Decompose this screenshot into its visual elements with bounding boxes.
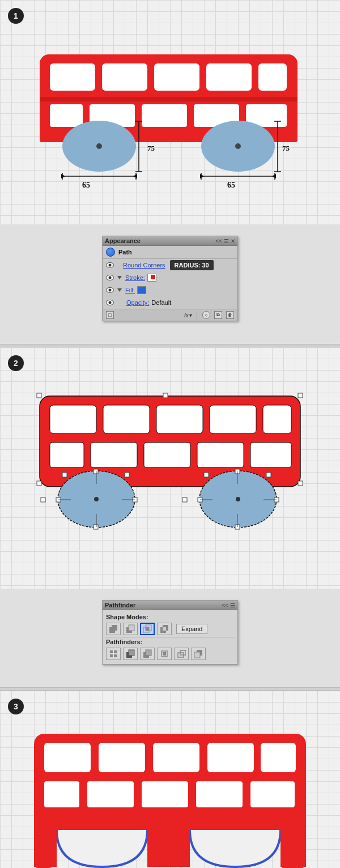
pathfinder-titlebar: Pathfinder << ☰ — [103, 601, 237, 610]
measure-65-left: 65 — [82, 181, 90, 189]
opacity-label[interactable]: Opacity: — [126, 299, 149, 306]
panel-arrows: << — [215, 238, 222, 244]
svg-rect-39 — [250, 442, 291, 467]
svg-rect-30 — [50, 405, 96, 433]
section-1: 1 — [0, 0, 340, 224]
triangle-fill — [117, 288, 122, 292]
eye-icon-4[interactable] — [106, 300, 114, 305]
eye-icon-2[interactable] — [106, 275, 114, 280]
svg-rect-9 — [142, 104, 187, 127]
bus-container-1: 65 75 65 75 — [11, 9, 329, 219]
svg-rect-61 — [298, 393, 303, 398]
bus-container-3 — [11, 700, 329, 868]
svg-rect-60 — [163, 393, 168, 398]
pathfinder-title: Pathfinder — [105, 602, 135, 609]
svg-rect-33 — [210, 405, 256, 433]
eye-icon-3[interactable] — [106, 287, 114, 293]
pf-arrows: << — [222, 602, 228, 609]
pf-minus-btn[interactable] — [123, 623, 138, 635]
shape-modes-row: Expand — [103, 621, 237, 637]
svg-rect-98 — [250, 781, 295, 807]
footer-separator: | — [196, 311, 198, 319]
svg-rect-73 — [163, 627, 166, 631]
appearance-panel-section: Appearance << ☰ ✕ Path Round Corners RAD… — [0, 224, 340, 344]
pf-intersect-btn[interactable] — [140, 623, 155, 635]
pf-crop-btn[interactable] — [157, 648, 172, 660]
stroke-row[interactable]: Stroke: — [103, 271, 237, 284]
svg-rect-82 — [163, 652, 166, 656]
anchor-5 — [41, 497, 45, 502]
svg-rect-91 — [153, 743, 199, 772]
svg-rect-38 — [197, 442, 244, 467]
anchor-7 — [125, 473, 129, 477]
pathfinders-label: Pathfinders: — [103, 637, 237, 646]
fill-swatch[interactable] — [137, 286, 146, 294]
svg-rect-1 — [50, 63, 95, 91]
svg-rect-78 — [129, 650, 134, 656]
pf-divide-btn[interactable] — [106, 648, 121, 660]
svg-marker-19 — [61, 174, 65, 178]
pf-merge-btn[interactable] — [140, 648, 155, 660]
measure-65-right: 65 — [227, 181, 235, 189]
footer-copy-icon[interactable]: ⧉ — [214, 311, 222, 319]
footer-square-icon[interactable]: □ — [106, 311, 114, 319]
svg-rect-96 — [142, 781, 188, 807]
appearance-panel: Appearance << ☰ ✕ Path Round Corners RAD… — [102, 236, 238, 321]
panel-close[interactable]: ✕ — [231, 238, 235, 244]
pf-minus-back-btn[interactable] — [191, 648, 206, 660]
round-corners-label[interactable]: Round Corners — [123, 262, 165, 269]
anchor-1 — [94, 469, 98, 474]
bus-svg-3 — [23, 717, 317, 868]
svg-rect-37 — [144, 442, 190, 467]
svg-point-16 — [235, 143, 241, 149]
path-label: Path — [118, 249, 132, 256]
bus-container-2 — [11, 356, 329, 577]
svg-rect-80 — [146, 650, 151, 656]
section-2: 2 — [0, 347, 340, 589]
bus-svg-1: 65 75 65 75 — [23, 26, 317, 196]
footer-trash-icon[interactable]: 🗑 — [226, 311, 234, 319]
bus-svg-2 — [28, 373, 312, 555]
pathfinder-body: Shape Modes: — [103, 610, 237, 664]
panel-menu: ☰ — [224, 238, 229, 244]
pf-controls: << ☰ — [222, 602, 235, 609]
radius-tooltip: RADIUS: 30 — [170, 260, 214, 270]
svg-rect-90 — [99, 743, 145, 772]
svg-rect-99 — [34, 816, 306, 830]
round-corners-row[interactable]: Round Corners RADIUS: 30 — [103, 259, 237, 271]
svg-point-58 — [236, 497, 240, 501]
svg-rect-97 — [196, 781, 243, 807]
pf-exclude-btn[interactable] — [157, 623, 172, 635]
section-3: 3 — [0, 691, 340, 868]
svg-rect-65 — [112, 625, 117, 631]
svg-rect-101 — [147, 830, 190, 867]
shape-modes-label: Shape Modes: — [103, 612, 237, 621]
svg-rect-6 — [40, 97, 298, 101]
appearance-titlebar: Appearance << ☰ ✕ — [103, 236, 237, 246]
stroke-swatch[interactable] — [147, 274, 156, 282]
pathfinder-panel-container: Pathfinder << ☰ Shape Modes: — [0, 594, 340, 676]
panel-controls: << ☰ ✕ — [215, 238, 235, 244]
opacity-row[interactable]: Opacity: Default — [103, 296, 237, 309]
svg-rect-3 — [154, 63, 199, 91]
footer-circle-icon[interactable]: ○ — [202, 311, 210, 319]
anchor-6 — [62, 473, 67, 477]
anchor-3 — [94, 525, 98, 529]
fx-label[interactable]: fx▾ — [184, 312, 192, 318]
pathfinder-panel: Pathfinder << ☰ Shape Modes: — [102, 600, 238, 665]
appearance-footer: □ fx▾ | ○ ⧉ 🗑 — [103, 309, 237, 321]
svg-rect-50 — [182, 497, 187, 502]
eye-icon-1[interactable] — [106, 262, 114, 268]
pf-menu: ☰ — [230, 602, 235, 609]
expand-btn[interactable]: Expand — [176, 624, 207, 634]
svg-rect-52 — [266, 473, 271, 477]
fill-row[interactable]: Fill: — [103, 284, 237, 296]
pf-unite-btn[interactable] — [106, 623, 121, 635]
fill-label[interactable]: Fill: — [125, 287, 135, 293]
pf-trim-btn[interactable] — [123, 648, 138, 660]
svg-rect-95 — [87, 781, 134, 807]
stroke-label[interactable]: Stroke: — [125, 274, 145, 281]
pf-outline-btn[interactable] — [174, 648, 189, 660]
svg-rect-35 — [50, 442, 84, 467]
svg-rect-32 — [156, 405, 203, 433]
